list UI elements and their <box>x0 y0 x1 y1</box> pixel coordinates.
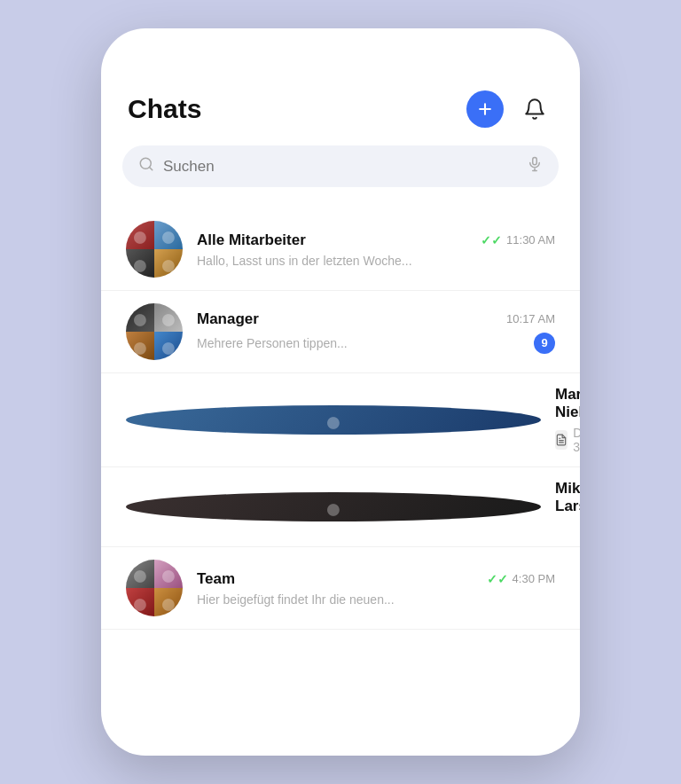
chat-list: Alle Mitarbeiter ✓✓ 11:30 AM Hallo, Lass… <box>101 208 580 630</box>
chat-name-team: Team <box>197 570 235 588</box>
chat-top-alle: Alle Mitarbeiter ✓✓ 11:30 AM <box>197 231 555 249</box>
double-check-alle: ✓✓ <box>481 233 502 247</box>
chat-time-alle: 11:30 AM <box>506 233 555 247</box>
chat-content-alle: Alle Mitarbeiter ✓✓ 11:30 AM Hallo, Lass… <box>197 231 555 268</box>
avatar-gruppe-team <box>126 560 183 616</box>
chat-preview-manager: Mehrere Personen tippen... <box>197 336 534 350</box>
chat-bottom-alle: Hallo, Lasst uns in der letzten Woche... <box>197 254 555 268</box>
chat-bottom-manager: Mehrere Personen tippen... 9 <box>197 333 555 354</box>
chat-item-maria-nielsen[interactable]: Maria Nielsen 6:55 PM <box>101 373 580 467</box>
new-chat-button[interactable] <box>466 90 504 128</box>
chat-item-mikkel-larsen[interactable]: Mikkel Larsen ✓✓ 5:17 PM Hallo! <box>101 467 580 547</box>
chat-meta-alle: ✓✓ 11:30 AM <box>481 233 555 247</box>
chat-preview-team: Hier beigefügt findet Ihr die neuen... <box>197 592 555 607</box>
header-actions <box>466 90 553 128</box>
header: Chats <box>101 82 580 145</box>
notifications-button[interactable] <box>516 90 553 128</box>
chat-name-alle: Alle Mitarbeiter <box>197 231 306 249</box>
chat-name-maria: Maria Nielsen <box>555 386 580 421</box>
phone-frame: Chats <box>101 28 580 756</box>
page-title: Chats <box>128 94 201 124</box>
doc-filename-maria: Doc 3.pdf <box>573 426 580 454</box>
svg-line-1 <box>149 167 152 169</box>
chat-content-manager: Manager 10:17 AM Mehrere Personen tippen… <box>197 310 555 354</box>
unread-badge-manager: 9 <box>534 333 555 354</box>
chat-top-manager: Manager 10:17 AM <box>197 310 555 328</box>
chat-name-mikkel: Mikkel Larsen <box>555 480 580 515</box>
doc-preview-maria: Doc 3.pdf <box>555 426 580 454</box>
chat-time-team: 4:30 PM <box>513 572 555 585</box>
chat-name-manager: Manager <box>197 310 259 328</box>
avatar-gruppe-manager <box>126 303 183 360</box>
avatar-mikkel <box>126 492 541 521</box>
avatar-gruppe-alle <box>126 221 183 278</box>
search-bar <box>122 145 559 187</box>
chat-time-manager: 10:17 AM <box>506 312 555 325</box>
chat-item-manager[interactable]: Manager 10:17 AM Mehrere Personen tippen… <box>101 291 580 373</box>
double-check-team: ✓✓ <box>487 572 508 586</box>
chat-preview-alle: Hallo, Lasst uns in der letzten Woche... <box>197 254 555 268</box>
phone-inner: Chats <box>101 82 580 630</box>
chat-item-team[interactable]: Team ✓✓ 4:30 PM Hier beigefügt findet Ih… <box>101 547 580 630</box>
svg-rect-2 <box>533 158 537 165</box>
mic-icon[interactable] <box>527 156 543 176</box>
chat-meta-manager: 10:17 AM <box>506 312 555 325</box>
chat-meta-team: ✓✓ 4:30 PM <box>487 572 555 586</box>
search-input[interactable] <box>163 158 518 176</box>
bell-icon <box>523 98 546 121</box>
doc-icon-maria <box>555 430 568 450</box>
chat-content-team: Team ✓✓ 4:30 PM Hier beigefügt findet Ih… <box>197 570 555 607</box>
chat-top-team: Team ✓✓ 4:30 PM <box>197 570 555 588</box>
chat-bottom-team: Hier beigefügt findet Ihr die neuen... <box>197 592 555 607</box>
plus-icon <box>476 100 494 118</box>
avatar-maria <box>126 405 541 435</box>
search-icon <box>138 156 154 176</box>
chat-item-alle-mitarbeiter[interactable]: Alle Mitarbeiter ✓✓ 11:30 AM Hallo, Lass… <box>101 208 580 291</box>
